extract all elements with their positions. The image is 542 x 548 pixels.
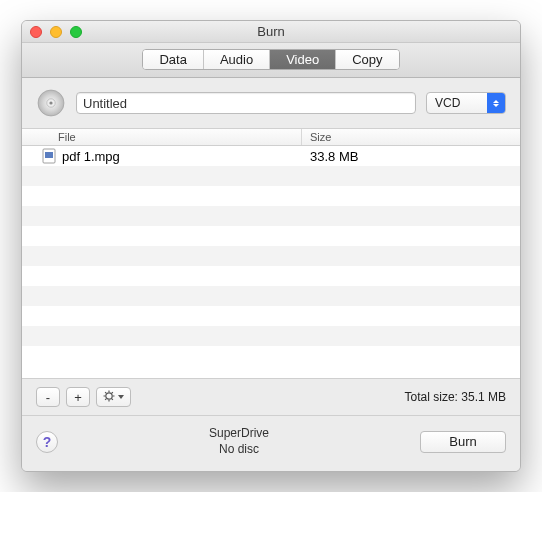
gear-icon xyxy=(103,390,115,405)
svg-point-2 xyxy=(49,101,52,104)
chevron-updown-icon xyxy=(487,93,505,113)
close-icon[interactable] xyxy=(30,26,42,38)
file-list: pdf 1.mpg 33.8 MB xyxy=(22,146,520,378)
svg-point-5 xyxy=(106,392,112,398)
add-button[interactable]: + xyxy=(66,387,90,407)
remove-button[interactable]: - xyxy=(36,387,60,407)
burn-button[interactable]: Burn xyxy=(420,431,506,453)
drive-status: SuperDrive No disc xyxy=(58,426,420,457)
file-name: pdf 1.mpg xyxy=(62,149,120,164)
tab-copy[interactable]: Copy xyxy=(336,50,398,69)
window-title: Burn xyxy=(257,24,284,39)
app-window: Burn Data Audio Video Copy xyxy=(21,20,521,472)
format-select[interactable]: VCD xyxy=(426,92,506,114)
help-button[interactable]: ? xyxy=(36,431,58,453)
options-menu-button[interactable] xyxy=(96,387,131,407)
format-value: VCD xyxy=(435,96,460,110)
zoom-icon[interactable] xyxy=(70,26,82,38)
total-size: Total size: 35.1 MB xyxy=(405,390,506,404)
col-size[interactable]: Size xyxy=(302,129,520,145)
burn-footer: ? SuperDrive No disc Burn xyxy=(22,416,520,471)
chevron-down-icon xyxy=(118,395,124,399)
tab-data[interactable]: Data xyxy=(143,50,203,69)
video-file-icon xyxy=(42,148,56,164)
file-size: 33.8 MB xyxy=(302,149,520,164)
list-footer: - + Total size: 35.1 MB xyxy=(22,378,520,416)
minimize-icon[interactable] xyxy=(50,26,62,38)
svg-rect-4 xyxy=(45,152,53,158)
project-header: VCD xyxy=(22,78,520,128)
table-header: File Size xyxy=(22,128,520,146)
svg-line-13 xyxy=(105,398,106,399)
svg-line-12 xyxy=(112,392,113,393)
svg-line-11 xyxy=(112,398,113,399)
disc-state: No disc xyxy=(58,442,420,458)
tab-audio[interactable]: Audio xyxy=(204,50,270,69)
window-controls xyxy=(30,26,82,38)
project-title-input[interactable] xyxy=(76,92,416,114)
titlebar: Burn xyxy=(22,21,520,43)
table-row[interactable]: pdf 1.mpg 33.8 MB xyxy=(22,146,520,166)
col-file[interactable]: File xyxy=(22,129,302,145)
drive-name: SuperDrive xyxy=(58,426,420,442)
disc-icon xyxy=(36,88,66,118)
svg-line-10 xyxy=(105,392,106,393)
tab-video[interactable]: Video xyxy=(270,50,336,69)
mode-tabs: Data Audio Video Copy xyxy=(22,43,520,78)
